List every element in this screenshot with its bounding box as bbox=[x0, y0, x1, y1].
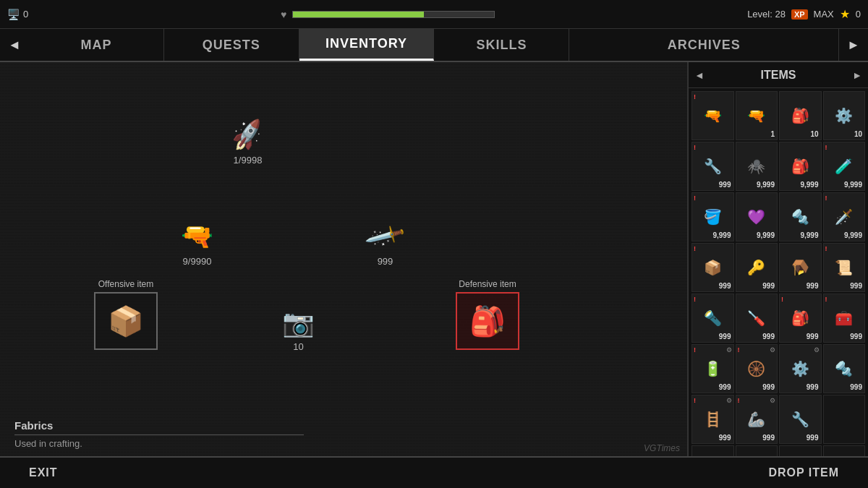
grid-item[interactable]: !⚙🔋999 bbox=[692, 344, 734, 393]
grid-item-count: 999 bbox=[719, 282, 731, 290]
items-right-arrow[interactable]: ► bbox=[852, 69, 862, 81]
camera-item-slot[interactable]: 📷 10 bbox=[282, 308, 315, 352]
ammo-count: 0 bbox=[23, 9, 28, 20]
knife-label: 999 bbox=[378, 256, 393, 267]
items-grid: !🔫🔫1🎒10⚙️10!🔧999🕷️9,999🎒9,999!🧪9,999!🪣9,… bbox=[689, 88, 868, 456]
grid-item[interactable]: 🕷️9,999 bbox=[736, 142, 778, 191]
grid-item-icon: 🧰 bbox=[835, 309, 853, 327]
top-bar-center: ♥ bbox=[28, 9, 747, 20]
watermark: VGTimes bbox=[644, 443, 680, 453]
grid-item-count: 999 bbox=[807, 383, 819, 391]
heartbeat-icon: ♥ bbox=[281, 9, 286, 20]
grid-item-icon: 🧪 bbox=[835, 158, 853, 175]
star-count: 0 bbox=[856, 9, 861, 20]
bottom-bar: Exit Drop item bbox=[0, 456, 868, 488]
grid-item[interactable]: ⚙⚙️999 bbox=[779, 344, 822, 393]
grid-item-count: 999 bbox=[850, 333, 862, 341]
grid-item-count: 9,999 bbox=[844, 231, 862, 239]
grid-item-count: 9,999 bbox=[800, 231, 818, 239]
grid-item[interactable]: !🔧999 bbox=[692, 142, 734, 191]
nav-skills[interactable]: Skills bbox=[434, 29, 569, 61]
health-bar bbox=[292, 11, 495, 18]
grid-item[interactable]: 🔫1 bbox=[736, 91, 778, 140]
launcher-label: 1/9998 bbox=[234, 155, 263, 166]
grid-item-icon: 🔧 bbox=[791, 411, 809, 428]
grid-item-icon: 🔫 bbox=[704, 107, 722, 124]
health-bar-fill bbox=[293, 12, 424, 17]
weapon-pistol[interactable]: 🔫 9/9990 bbox=[181, 221, 213, 267]
grid-item[interactable]: 🔧999 bbox=[779, 395, 822, 444]
drop-item-button[interactable]: Drop item bbox=[768, 466, 839, 479]
nav-map[interactable]: Map bbox=[29, 29, 164, 61]
item-description: Used in crafting. bbox=[14, 438, 304, 449]
grid-item[interactable]: 🪛999 bbox=[736, 294, 778, 343]
grid-item[interactable]: !🎒999 bbox=[779, 294, 822, 343]
main-content: 🚀 1/9998 🔫 9/9990 🗡️ 999 Offensive item … bbox=[0, 62, 868, 456]
defensive-item-box[interactable]: 🎒 bbox=[456, 292, 519, 350]
grid-item-icon: 🗡️ bbox=[835, 208, 853, 226]
grid-item-icon: 🪜 bbox=[704, 411, 722, 428]
pistol-icon: 🔫 bbox=[181, 221, 213, 252]
max-label: MAX bbox=[814, 9, 834, 20]
grid-item[interactable]: !⚙🦾999 bbox=[736, 395, 778, 444]
grid-item-count: 999 bbox=[807, 282, 819, 290]
grid-item[interactable]: 🔩9,999 bbox=[779, 192, 822, 241]
top-bar: 🖥️ 0 ♥ Level: 28 XP MAX ★ 0 bbox=[0, 0, 868, 29]
weapon-knife[interactable]: 🗡️ 999 bbox=[369, 221, 401, 267]
grid-item-icon: 🔦 bbox=[704, 309, 722, 327]
grid-item-count: 999 bbox=[762, 434, 775, 442]
grid-item-count: 999 bbox=[762, 282, 775, 290]
nav-left-arrow[interactable]: ◄ bbox=[0, 29, 29, 61]
weapon-launcher[interactable]: 🚀 1/9998 bbox=[231, 120, 264, 166]
top-bar-left: 🖥️ 0 bbox=[7, 9, 28, 20]
nav-right-arrow[interactable]: ► bbox=[839, 29, 868, 61]
grid-item-count: 999 bbox=[719, 383, 731, 391]
grid-item[interactable]: !📦999 bbox=[692, 243, 734, 292]
offensive-item-slot[interactable]: Offensive item 📦 bbox=[94, 279, 158, 350]
grid-item[interactable]: !🔫 bbox=[692, 91, 734, 140]
grid-item[interactable]: !🔦999 bbox=[692, 294, 734, 343]
grid-item[interactable]: ⚙️10 bbox=[823, 91, 866, 140]
defensive-label: Defensive item bbox=[459, 279, 516, 289]
nav-inventory[interactable]: Inventory bbox=[299, 29, 435, 61]
inventory-area: 🚀 1/9998 🔫 9/9990 🗡️ 999 Offensive item … bbox=[0, 62, 687, 456]
grid-item-icon: ⚙️ bbox=[835, 107, 853, 124]
grid-item bbox=[779, 445, 822, 456]
grid-item[interactable]: 🪤999 bbox=[779, 243, 822, 292]
grid-item-count: 999 bbox=[807, 333, 819, 341]
info-panel: Fabrics Used in crafting. bbox=[14, 419, 304, 449]
grid-item[interactable]: 💜9,999 bbox=[736, 192, 778, 241]
grid-item[interactable]: !🧪9,999 bbox=[823, 142, 866, 191]
grid-item[interactable]: !📜999 bbox=[823, 243, 866, 292]
defensive-item-slot[interactable]: Defensive item 🎒 bbox=[456, 279, 519, 350]
grid-item-icon: 🔧 bbox=[704, 158, 722, 175]
grid-item-icon: ⚙️ bbox=[791, 360, 809, 377]
grid-item[interactable]: !🧰999 bbox=[823, 294, 866, 343]
grid-item-icon: 🪤 bbox=[791, 259, 809, 276]
grid-item[interactable]: 🎒9,999 bbox=[779, 142, 822, 191]
exit-button[interactable]: Exit bbox=[29, 466, 58, 479]
grid-item-count: 999 bbox=[762, 383, 775, 391]
pistol-label: 9/9990 bbox=[183, 256, 212, 267]
nav-archives[interactable]: Archives bbox=[569, 29, 839, 61]
grid-item[interactable]: !🗡️9,999 bbox=[823, 192, 866, 241]
grid-item[interactable]: 🔑999 bbox=[736, 243, 778, 292]
grid-item[interactable]: 🔩999 bbox=[823, 344, 866, 393]
grid-item-count: 9,999 bbox=[844, 181, 862, 189]
grid-item[interactable]: 🎒10 bbox=[779, 91, 822, 140]
grid-item-count: 999 bbox=[850, 383, 862, 391]
grid-item-icon: 🪣 bbox=[704, 208, 722, 226]
grid-item-count: 9,999 bbox=[757, 231, 775, 239]
grid-item bbox=[692, 445, 734, 456]
right-panel: ◄ Items ► !🔫🔫1🎒10⚙️10!🔧999🕷️9,999🎒9,999!… bbox=[687, 62, 868, 456]
nav-quests[interactable]: Quests bbox=[164, 29, 299, 61]
offensive-item-box[interactable]: 📦 bbox=[94, 292, 158, 350]
grid-item[interactable]: !⚙🛞999 bbox=[736, 344, 778, 393]
grid-item[interactable]: !⚙🪜999 bbox=[692, 395, 734, 444]
grid-item-count: 9,999 bbox=[712, 231, 731, 239]
items-left-arrow[interactable]: ◄ bbox=[694, 69, 705, 81]
grid-item-count: 9,999 bbox=[757, 181, 775, 189]
grid-item-count: 999 bbox=[850, 282, 862, 290]
grid-item-count: 999 bbox=[719, 434, 731, 442]
grid-item[interactable]: !🪣9,999 bbox=[692, 192, 734, 241]
